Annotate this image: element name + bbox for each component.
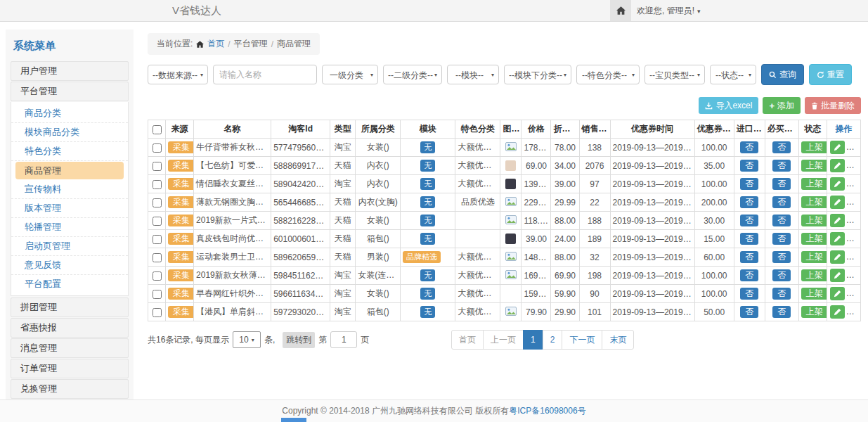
sidebar-group-item[interactable]: 拼团管理 [11, 298, 129, 317]
status-toggle[interactable]: 上架 [801, 233, 827, 245]
edit-button[interactable] [830, 269, 845, 282]
home-button[interactable] [610, 0, 631, 21]
sidebar-item[interactable]: 特色分类 [11, 142, 128, 161]
must-buy-toggle[interactable]: 否 [772, 215, 791, 227]
sidebar-item[interactable]: 启动页管理 [11, 237, 128, 256]
per-page-select[interactable]: 10▾ [233, 331, 261, 348]
import-select-toggle[interactable]: 否 [740, 269, 758, 282]
edit-button[interactable] [830, 287, 845, 300]
must-buy-toggle[interactable]: 否 [772, 160, 791, 172]
sidebar-item[interactable]: 宣传物料 [11, 180, 128, 199]
must-buy-toggle[interactable]: 否 [772, 178, 791, 191]
row-checkbox[interactable] [153, 217, 162, 226]
status-toggle[interactable]: 上架 [801, 215, 827, 227]
page-button[interactable]: 首页 [451, 330, 484, 350]
query-button[interactable]: 查询 [761, 64, 804, 85]
add-button[interactable]: + 添加 [763, 97, 801, 114]
edit-button[interactable] [830, 214, 845, 227]
edit-button[interactable] [830, 232, 845, 245]
import-select-toggle[interactable]: 否 [740, 233, 758, 245]
import-select-toggle[interactable]: 否 [740, 178, 758, 191]
import-excel-button[interactable]: 导入excel [699, 97, 758, 114]
must-buy-toggle[interactable]: 否 [772, 306, 791, 319]
edit-button[interactable] [830, 196, 845, 209]
edit-button[interactable] [830, 177, 845, 191]
row-checkbox[interactable] [153, 180, 162, 189]
edit-button[interactable] [830, 305, 845, 319]
import-select-toggle[interactable]: 否 [740, 160, 758, 172]
discount-price: 29.99 [551, 193, 579, 212]
must-buy-toggle[interactable]: 否 [772, 269, 791, 282]
data-source-select[interactable]: --数据来源--▾ [148, 65, 208, 84]
feature-category-select[interactable]: --特色分类--▾ [576, 65, 640, 84]
page-button[interactable]: 下一页 [562, 330, 602, 350]
sidebar-group-item[interactable]: 用户管理 [11, 61, 129, 81]
import-select-toggle[interactable]: 否 [740, 215, 758, 227]
sidebar-group-item[interactable]: 兑换管理 [11, 379, 129, 399]
level1-category-select[interactable]: 一级分类▾ [322, 65, 378, 84]
main-content: 当前位置: 首页 / 平台管理 / 商品管理 --数据来源--▾一级分类▾--二… [148, 28, 861, 351]
must-buy-toggle[interactable]: 否 [772, 251, 791, 264]
row-checkbox[interactable] [153, 143, 162, 153]
sidebar-item[interactable]: 平台配置 [11, 275, 128, 293]
row-checkbox[interactable] [153, 235, 162, 244]
page-button[interactable]: 末页 [602, 330, 634, 350]
page-button[interactable]: 2 [543, 330, 563, 350]
row-checkbox[interactable] [153, 162, 162, 171]
row-checkbox[interactable] [153, 290, 162, 299]
edit-button[interactable] [830, 159, 845, 172]
sidebar-item[interactable]: 商品分类 [11, 104, 128, 123]
jump-page-input[interactable] [330, 331, 357, 348]
icp-link[interactable]: 粤ICP备16098006号 [509, 406, 585, 416]
row-checkbox[interactable] [153, 198, 162, 207]
import-select-toggle[interactable]: 否 [740, 196, 758, 209]
must-buy-toggle[interactable]: 否 [772, 141, 791, 154]
item-type-select[interactable]: --宝贝类型--▾ [644, 65, 705, 84]
module-badge: 无 [420, 196, 435, 208]
must-buy-toggle[interactable]: 否 [772, 288, 791, 300]
coupon-amount: 100.00 [694, 175, 734, 193]
sidebar-group-item[interactable]: 省惠快报 [11, 318, 129, 338]
sidebar-group-item[interactable]: 消息管理 [11, 338, 129, 358]
status-select[interactable]: --状态--▾ [710, 65, 756, 84]
status-toggle[interactable]: 上架 [801, 141, 827, 154]
page-button[interactable]: 上一页 [483, 330, 524, 350]
sidebar-group-item[interactable]: 订单管理 [11, 359, 129, 378]
edit-button[interactable] [830, 250, 845, 264]
status-toggle[interactable]: 上架 [801, 306, 827, 319]
import-select-toggle[interactable]: 否 [740, 251, 758, 264]
sidebar-group-item[interactable]: 平台管理 [11, 82, 129, 101]
status-toggle[interactable]: 上架 [801, 196, 827, 209]
status-toggle[interactable]: 上架 [801, 178, 827, 191]
select-all-checkbox[interactable] [153, 125, 162, 134]
batch-delete-button[interactable]: 批量删除 [805, 97, 861, 114]
sidebar-item[interactable]: 商品管理 [15, 162, 124, 179]
status-toggle[interactable]: 上架 [801, 160, 827, 172]
name-search-input[interactable] [213, 65, 317, 84]
row-checkbox[interactable] [153, 308, 162, 317]
sidebar-item[interactable]: 版本管理 [11, 199, 128, 218]
breadcrumb-home-link[interactable]: 首页 [207, 38, 224, 50]
status-toggle[interactable]: 上架 [801, 251, 827, 264]
must-buy-toggle[interactable]: 否 [772, 196, 791, 209]
status-toggle[interactable]: 上架 [801, 288, 827, 300]
status-toggle[interactable]: 上架 [801, 269, 827, 282]
edit-button[interactable] [830, 141, 845, 154]
must-buy-toggle[interactable]: 否 [772, 233, 791, 245]
source-badge: 采集 [168, 178, 194, 191]
page-button[interactable]: 1 [523, 330, 543, 350]
coupon-amount: 100.00 [694, 267, 734, 285]
sidebar-item[interactable]: 模块商品分类 [11, 123, 128, 142]
module-sub-category-select[interactable]: --模块下分类--▾ [504, 65, 571, 84]
row-checkbox[interactable] [153, 253, 162, 262]
reset-button[interactable]: 重置 [809, 64, 852, 85]
import-select-toggle[interactable]: 否 [740, 141, 758, 154]
sidebar-item[interactable]: 轮播管理 [11, 218, 128, 237]
import-select-toggle[interactable]: 否 [740, 288, 758, 300]
level2-category-select[interactable]: --二级分类--▾ [383, 65, 442, 84]
sidebar-item[interactable]: 意见反馈 [11, 256, 128, 275]
user-menu[interactable]: 欢迎您, 管理员!▾ [637, 0, 701, 22]
import-select-toggle[interactable]: 否 [740, 306, 758, 319]
module-select[interactable]: --模块--▾ [447, 65, 499, 84]
row-checkbox[interactable] [153, 271, 162, 281]
